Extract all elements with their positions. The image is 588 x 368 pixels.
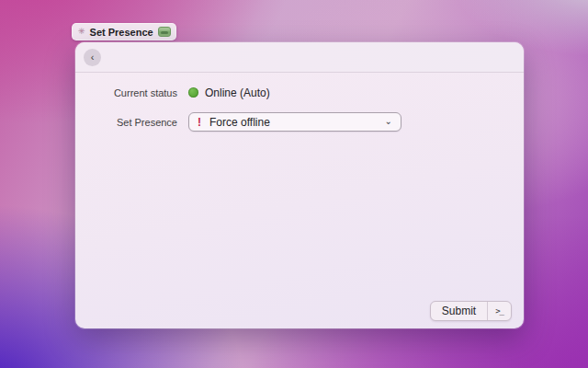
current-status-value: Online (Auto)	[205, 86, 270, 99]
camera-icon	[158, 27, 171, 37]
presence-select[interactable]: ! Force offline ⌄	[188, 112, 401, 132]
set-presence-row: Set Presence ! Force offline ⌄	[75, 112, 524, 132]
chevron-left-icon: ‹	[91, 52, 95, 63]
current-status-label: Current status	[75, 87, 177, 98]
submit-button-group: Submit >_	[430, 301, 512, 321]
presence-form: Current status Online (Auto) Set Presenc…	[75, 73, 524, 132]
current-status-value-group: Online (Auto)	[188, 86, 270, 99]
set-presence-label: Set Presence	[75, 117, 177, 128]
online-status-dot	[188, 87, 198, 98]
set-presence-tab[interactable]: ✳ Set Presence	[72, 23, 176, 40]
presence-selected-value: Force offline	[209, 116, 385, 129]
submit-button[interactable]: Submit	[431, 302, 487, 320]
window-header: ‹	[75, 42, 524, 73]
terminal-shortcut-button[interactable]: >_	[487, 302, 511, 320]
set-presence-window: ‹ Current status Online (Auto) Set Prese…	[75, 42, 524, 328]
current-status-row: Current status Online (Auto)	[75, 83, 524, 102]
chevron-down-icon: ⌄	[385, 117, 392, 126]
desktop-wallpaper: ✳ Set Presence ‹ Current status Online (…	[0, 0, 588, 368]
pinwheel-icon: ✳	[78, 28, 85, 36]
tab-title: Set Presence	[90, 27, 153, 38]
window-footer: Submit >_	[430, 301, 512, 321]
back-button[interactable]: ‹	[84, 49, 101, 66]
exclamation-icon: !	[198, 117, 201, 128]
